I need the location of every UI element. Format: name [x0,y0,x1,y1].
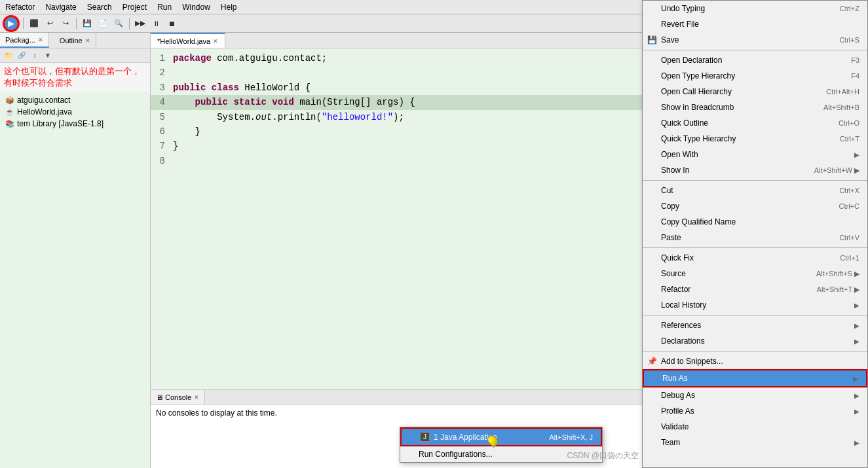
package-explorer-close[interactable]: ✕ [38,37,43,43]
editor-tab-helloworld[interactable]: *HelloWorld.java ✕ [151,33,225,48]
ctx-references-label: References [661,321,701,330]
run-button[interactable]: ▶ [3,15,20,32]
ctx-validate[interactable]: Validate [643,419,867,435]
ctx-declarations[interactable]: Declarations [643,333,867,349]
ctx-revert-label: Revert File [661,20,699,29]
toolbar-sep-3 [129,18,130,29]
ctx-open-type-hier[interactable]: Open Type Hierarchy F4 [643,68,867,84]
ctx-declarations-label: Declarations [661,336,705,346]
ctx-paste[interactable]: Paste Ctrl+V [643,230,867,245]
ctx-open-call-hier[interactable]: Open Call Hierarchy Ctrl+Alt+H [643,84,867,99]
ctx-cut-shortcut: Ctrl+X [839,187,859,194]
toolbar-btn-4[interactable]: 💾 [80,16,94,31]
ctx-save-label: Save [661,35,679,45]
menu-refactor[interactable]: Refactor [0,1,40,13]
line-num-3: 3 [151,81,170,95]
save-icon: 💾 [647,35,657,45]
ctx-open-decl[interactable]: Open Declaration F3 [643,52,867,68]
snippets-icon: 📌 [647,357,657,366]
ctx-run-as[interactable]: Run As ▶ [643,369,867,387]
toolbar-btn-6[interactable]: 🔍 [111,16,126,31]
toolbar-btn-7[interactable]: ▶▶ [133,16,147,31]
menu-help[interactable]: Help [216,1,242,13]
ctx-local-history-label: Local History [661,300,706,310]
menu-search[interactable]: Search [82,1,117,13]
pkg-btn-3[interactable]: ↕ [29,50,41,62]
context-menu: Undo Typing Ctrl+Z Revert File 💾 Save Ct… [642,0,868,468]
package-explorer-label: Packag... [5,36,35,44]
tree-item-package[interactable]: 📦 atguigu.contact [3,94,147,106]
ctx-debug-as-arrow [854,392,859,399]
package-toolbar: 📁 🔗 ↕ ▼ [0,48,150,63]
library-icon: 📚 [5,120,14,128]
toolbar-sep-1 [23,18,24,29]
ctx-save[interactable]: 💾 Save Ctrl+S [643,32,867,48]
tree-item-library[interactable]: 📚 tem Library [JavaSE-1.8] [3,118,147,130]
package-label: atguigu.contact [17,96,70,105]
ctx-cut-label: Cut [661,186,673,195]
ctx-sep-2 [643,180,867,181]
menu-run[interactable]: Run [152,1,177,13]
ctx-validate-label: Validate [661,422,689,431]
toolbar-sep-2 [76,18,77,29]
ctx-revert-file[interactable]: Revert File [643,16,867,32]
ctx-add-snippets[interactable]: 📌 Add to Snippets... [643,353,867,369]
toolbar-btn-8[interactable]: ⏸ [149,16,163,31]
ctx-profile-as[interactable]: Profile As [643,403,867,419]
ctx-declarations-arrow [854,338,859,345]
ctx-run-as-label: Run As [662,374,688,383]
ctx-quick-outline-label: Quick Outline [661,118,708,128]
ctx-team-arrow [854,439,859,446]
ctx-team[interactable]: Team [643,435,867,450]
pkg-btn-1[interactable]: 📁 [3,50,14,62]
menu-project[interactable]: Project [117,1,152,13]
ctx-show-breadcrumb[interactable]: Show in Breadcrumb Alt+Shift+B [643,99,867,115]
ctx-sep-4 [643,315,867,315]
menu-navigate[interactable]: Navigate [40,1,81,13]
ctx-quick-fix[interactable]: Quick Fix Ctrl+1 [643,250,867,266]
outline-close[interactable]: ✕ [85,37,90,44]
pkg-btn-4[interactable]: ▼ [42,50,54,62]
line-num-7: 7 [151,139,170,153]
menu-window[interactable]: Window [177,1,216,13]
ctx-open-with-label: Open With [661,150,698,159]
ctx-breadcrumb-label: Show in Breadcrumb [661,103,734,112]
ctx-run-as-arrow: ▶ [853,375,858,382]
ctx-save-shortcut: Ctrl+S [839,36,859,44]
ctx-debug-as[interactable]: Debug As [643,387,867,403]
ctx-show-in-shortcut: Alt+Shift+W ▶ [814,166,859,175]
annotation-text: 这个也可以，但有默认的是第一个，有时候不符合需求 [0,63,150,92]
pkg-btn-2[interactable]: 🔗 [16,50,28,62]
toolbar-btn-1[interactable]: ⬛ [27,16,41,31]
toolbar-btn-3[interactable]: ↪ [58,16,73,31]
ctx-quick-type-hier[interactable]: Quick Type Hierarchy Ctrl+T [643,131,867,147]
ctx-copy[interactable]: Copy Ctrl+C [643,198,867,214]
ctx-copy-qualified[interactable]: Copy Qualified Name [643,214,867,230]
ctx-references[interactable]: References [643,317,867,333]
package-explorer-tab[interactable]: Packag... ✕ [0,33,49,48]
ctx-debug-as-label: Debug As [661,391,695,400]
ctx-sep-5 [643,351,867,351]
console-close[interactable]: ✕ [194,394,199,401]
ctx-refactor-shortcut: Alt+Shift+T ▶ [817,285,859,294]
ctx-open-with[interactable]: Open With [643,147,867,162]
ctx-undo-typing[interactable]: Undo Typing Ctrl+Z [643,1,867,16]
line-num-2: 2 [151,65,170,80]
editor-tab-close[interactable]: ✕ [213,38,218,45]
ctx-call-hier-shortcut: Ctrl+Alt+H [826,88,859,96]
ctx-refactor[interactable]: Refactor Alt+Shift+T ▶ [643,281,867,297]
ctx-open-with-arrow [854,151,859,158]
toolbar-btn-2[interactable]: ↩ [43,16,57,31]
outline-tab[interactable]: Outline ✕ [54,33,96,48]
console-label: Console [165,393,191,401]
tree-item-file[interactable]: ☕ HelloWorld.java [3,106,147,118]
ctx-quick-outline[interactable]: Quick Outline Ctrl+O [643,115,867,131]
ctx-source[interactable]: Source Alt+Shift+S ▶ [643,266,867,281]
run-java-app-item[interactable]: J 1 Java Application Alt+Shift+X, J [400,427,602,446]
toolbar-btn-5[interactable]: 📄 [96,16,110,31]
toolbar-btn-9[interactable]: ⏹ [164,16,179,31]
console-tab[interactable]: 🖥 Console ✕ [151,390,205,404]
ctx-local-history[interactable]: Local History [643,297,867,313]
ctx-show-in[interactable]: Show In Alt+Shift+W ▶ [643,162,867,178]
ctx-cut[interactable]: Cut Ctrl+X [643,183,867,198]
